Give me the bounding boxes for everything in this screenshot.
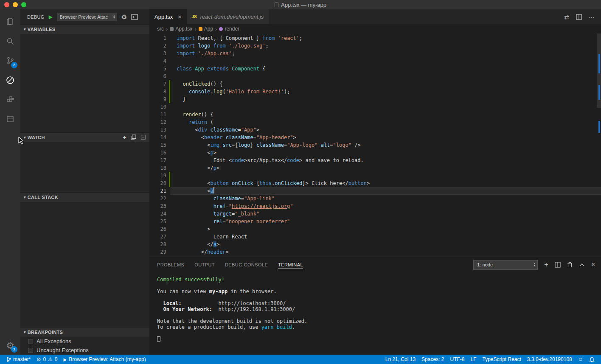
line-number[interactable]: 21 [149, 187, 166, 195]
variables-section-header[interactable]: ▾ VARIABLES [20, 25, 149, 34]
line-number[interactable]: 5 [149, 65, 166, 73]
problems-status[interactable]: ⊘0 ⚠0 [34, 355, 60, 364]
language-mode-status[interactable]: TypeScript React [479, 355, 524, 364]
toggle-editor-icon[interactable]: ⇄ [564, 14, 569, 20]
line-number[interactable]: 13 [149, 126, 166, 134]
terminal-output[interactable]: Compiled successfully! You can now view … [149, 272, 601, 355]
code-line[interactable]: 14 <header className="App-header"> [149, 134, 601, 141]
line-number[interactable]: 17 [149, 157, 166, 164]
code-line[interactable]: 19 [149, 172, 601, 179]
line-number[interactable]: 12 [149, 118, 166, 126]
line-number[interactable]: 27 [149, 233, 166, 241]
tab-react-dom-development-js[interactable]: JS react-dom.development.js [187, 9, 269, 24]
code-line[interactable]: 21 <a [149, 187, 601, 195]
code-editor[interactable]: 1import React, { Component } from 'react… [149, 34, 601, 257]
code-line[interactable]: 17 Edit <code>src/App.tsx</code> and sav… [149, 157, 601, 164]
line-number[interactable]: 3 [149, 50, 166, 57]
feedback-smiley-icon[interactable]: ☺ [575, 355, 586, 364]
close-panel-icon[interactable]: × [591, 261, 595, 269]
watch-section-header[interactable]: ▾ WATCH + [20, 133, 149, 142]
line-number[interactable]: 24 [149, 210, 166, 218]
line-number[interactable]: 6 [149, 73, 166, 80]
cursor-position-status[interactable]: Ln 21, Col 13 [382, 355, 418, 364]
code-line[interactable]: 26 > [149, 225, 601, 233]
panel-tab-terminal[interactable]: TERMINAL [278, 261, 303, 269]
line-number[interactable]: 1 [149, 34, 166, 42]
line-number[interactable]: 19 [149, 172, 166, 179]
code-line[interactable]: 11 render() { [149, 111, 601, 118]
code-line[interactable]: 16 <p> [149, 149, 601, 157]
add-watch-expression-icon[interactable]: + [123, 134, 126, 141]
indentation-status[interactable]: Spaces: 2 [418, 355, 447, 364]
code-line[interactable]: 7 onClicked() { [149, 80, 601, 88]
git-branch-status[interactable]: master* [3, 355, 34, 364]
overview-ruler[interactable] [597, 34, 601, 257]
breadcrumb-src[interactable]: src [157, 26, 164, 32]
split-terminal-icon[interactable] [555, 262, 561, 268]
settings-gear-icon[interactable]: ⚙ 1 [0, 337, 20, 355]
code-line[interactable]: 5class App extends Component { [149, 65, 601, 73]
remove-all-watch-icon[interactable] [140, 134, 146, 140]
panel-tab-problems[interactable]: PROBLEMS [157, 261, 184, 269]
zoom-window-button[interactable] [21, 2, 26, 7]
code-line[interactable]: 13 <div className="App"> [149, 126, 601, 134]
line-number[interactable]: 23 [149, 202, 166, 210]
code-line[interactable]: 8 console.log('Hallo from React!'); [149, 88, 601, 95]
code-line[interactable]: 18 </p> [149, 164, 601, 172]
browser-preview-icon[interactable] [0, 109, 20, 129]
code-line[interactable]: 22 className="App-link" [149, 195, 601, 202]
code-line[interactable]: 24 target="_blank" [149, 210, 601, 218]
more-actions-icon[interactable]: ⋯ [589, 14, 595, 20]
checkbox-icon[interactable] [28, 339, 33, 344]
line-number[interactable]: 15 [149, 141, 166, 149]
search-icon[interactable] [0, 31, 20, 51]
checkbox-icon[interactable] [28, 348, 33, 353]
close-window-button[interactable] [4, 2, 9, 7]
line-number[interactable]: 16 [149, 149, 166, 157]
maximize-panel-chevron-icon[interactable] [579, 263, 585, 267]
line-number[interactable]: 9 [149, 95, 166, 103]
line-number[interactable]: 25 [149, 218, 166, 225]
code-line[interactable]: 29 </header> [149, 248, 601, 256]
code-line[interactable]: 27 Learn React [149, 233, 601, 241]
line-number[interactable]: 20 [149, 179, 166, 187]
panel-tab-output[interactable]: OUTPUT [194, 261, 215, 269]
typescript-version-status[interactable]: 3.3.0-dev.20190108 [524, 355, 575, 364]
line-number[interactable]: 18 [149, 164, 166, 172]
line-number[interactable]: 14 [149, 134, 166, 141]
code-line[interactable]: 15 <img src={logo} className="App-logo" … [149, 141, 601, 149]
line-number[interactable]: 22 [149, 195, 166, 202]
line-number[interactable]: 7 [149, 80, 166, 88]
code-line[interactable]: 10 [149, 103, 601, 111]
breadcrumb-method[interactable]: render [219, 26, 239, 32]
debug-icon[interactable] [0, 70, 20, 90]
line-number[interactable]: 10 [149, 103, 166, 111]
notifications-bell-icon[interactable] [586, 355, 598, 364]
code-line[interactable]: 2import logo from './logo.svg'; [149, 42, 601, 50]
breadcrumb-file[interactable]: App.tsx [170, 26, 192, 32]
code-line[interactable]: 1import React, { Component } from 'react… [149, 34, 601, 42]
new-terminal-icon[interactable]: + [544, 261, 548, 269]
collapse-all-icon[interactable] [131, 134, 136, 140]
code-line[interactable]: 4 [149, 57, 601, 65]
code-line[interactable]: 3import './App.css'; [149, 50, 601, 57]
code-line[interactable]: 9 } [149, 95, 601, 103]
configure-gear-icon[interactable]: ⚙ [121, 13, 127, 21]
code-line[interactable]: 25 rel="noopener noreferrer" [149, 218, 601, 225]
line-number[interactable]: 11 [149, 111, 166, 118]
breadcrumb-class[interactable]: App [199, 26, 213, 32]
extensions-icon[interactable] [0, 90, 20, 109]
line-number[interactable]: 29 [149, 248, 166, 256]
line-number[interactable]: 28 [149, 241, 166, 248]
source-control-icon[interactable]: 2 [0, 51, 20, 70]
breakpoint-all-exceptions[interactable]: All Exceptions [20, 337, 149, 346]
line-number[interactable]: 2 [149, 42, 166, 50]
code-line[interactable]: 23 href="https://reactjs.org" [149, 202, 601, 210]
debug-console-icon[interactable] [131, 14, 138, 20]
kill-terminal-trash-icon[interactable] [567, 262, 573, 268]
debug-config-select[interactable]: Browser Preview: Attac ▲▼ [57, 13, 117, 21]
breakpoints-section-header[interactable]: ▾ BREAKPOINTS [20, 328, 149, 337]
line-number[interactable]: 8 [149, 88, 166, 95]
encoding-status[interactable]: UTF-8 [447, 355, 467, 364]
code-line[interactable]: 12 return ( [149, 118, 601, 126]
